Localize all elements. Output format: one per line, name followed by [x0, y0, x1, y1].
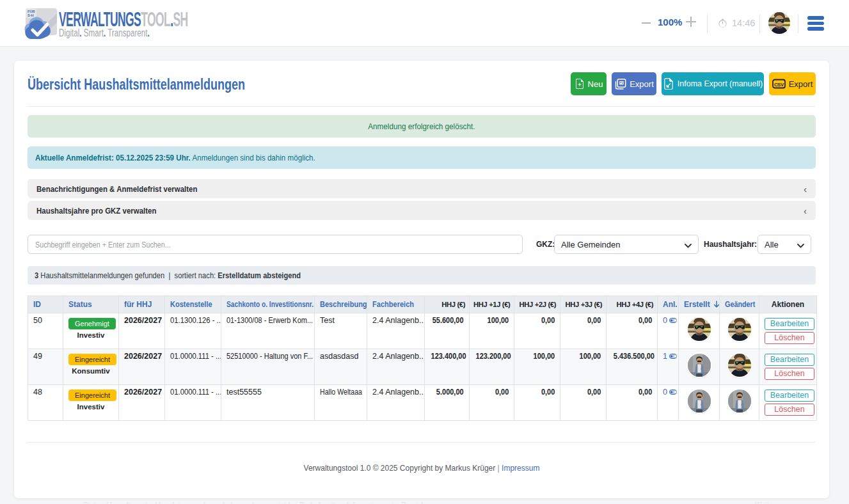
svg-text:PDF: PDF: [620, 81, 626, 84]
svg-text:S-H: S-H: [28, 13, 34, 17]
svg-text:CSV: CSV: [774, 82, 784, 88]
